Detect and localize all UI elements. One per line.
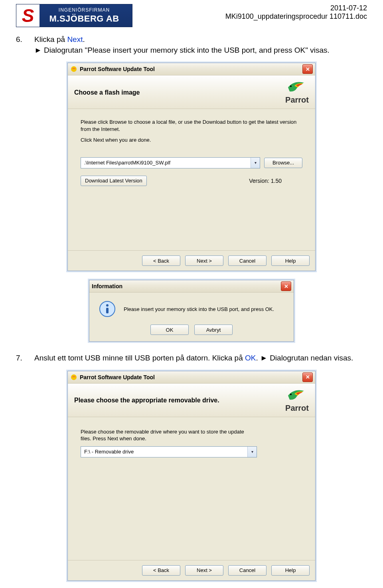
- ok-button[interactable]: OK: [150, 325, 189, 335]
- window-title: Parrot Software Update Tool: [80, 66, 302, 72]
- svg-point-3: [106, 304, 109, 307]
- close-button[interactable]: ✕: [281, 281, 291, 291]
- back-button[interactable]: < Back: [142, 255, 180, 266]
- info-message: Please insert your memory stick into the…: [124, 306, 274, 312]
- company-logo-mark: S: [16, 4, 39, 27]
- wizard-flash-image: Parrot Software Update Tool ✕ Choose a f…: [67, 63, 316, 271]
- parrot-logo: Parrot: [285, 80, 309, 105]
- document-filename: MKi9100_uppdateringsprocedur 110711.doc: [225, 12, 367, 21]
- close-button[interactable]: ✕: [302, 64, 313, 74]
- cancel-button[interactable]: Avbryt: [194, 325, 233, 335]
- drive-combobox[interactable]: ▾: [81, 446, 257, 457]
- svg-point-6: [290, 394, 292, 395]
- step-number: 7.: [16, 353, 22, 364]
- back-button[interactable]: < Back: [142, 565, 180, 576]
- step-number: 6.: [16, 34, 22, 45]
- version-label: Version: 1.50: [249, 178, 282, 184]
- browse-button[interactable]: Browse...: [264, 158, 302, 168]
- file-dropdown-button[interactable]: ▾: [251, 158, 260, 168]
- window-title: Information: [92, 283, 281, 289]
- drive-input[interactable]: [81, 447, 247, 457]
- link-next: Next: [67, 35, 83, 44]
- step-text: Anslut ett tomt USB minne till USB porte…: [34, 354, 353, 362]
- file-input[interactable]: [81, 158, 251, 168]
- next-button[interactable]: Next >: [185, 565, 223, 576]
- help-button[interactable]: Help: [271, 255, 310, 266]
- svg-point-1: [290, 85, 292, 87]
- wizard-desc: Please choose the removable drive where …: [81, 428, 256, 442]
- company-name: M.SJÖBERG AB: [39, 14, 129, 24]
- download-latest-button[interactable]: Download Latest Version: [81, 176, 147, 186]
- step-6: 6. Klicka på Next. ► Dialogrutan "Please…: [16, 34, 367, 55]
- info-dialog: Information ✕ Please insert your memory …: [89, 280, 294, 342]
- document-date: 2011-07-12: [225, 4, 367, 12]
- svg-rect-4: [106, 308, 109, 313]
- drive-dropdown-button[interactable]: ▾: [247, 447, 257, 457]
- app-icon: [70, 374, 77, 381]
- step-text: Klicka på Next.: [34, 35, 85, 44]
- company-logo: S INGENIÖRSFIRMAN M.SJÖBERG AB: [16, 4, 132, 27]
- company-tagline: INGENIÖRSFIRMAN: [39, 7, 129, 13]
- chevron-down-icon: ▾: [255, 160, 257, 165]
- information-icon: [99, 301, 116, 317]
- file-combobox[interactable]: ▾: [81, 157, 260, 168]
- next-button[interactable]: Next >: [185, 255, 223, 266]
- wizard-removable-drive: Parrot Software Update Tool ✕ Please cho…: [67, 371, 316, 581]
- parrot-logo: Parrot: [285, 388, 309, 413]
- wizard-desc-2: Click Next when you are done.: [81, 137, 302, 144]
- window-title: Parrot Software Update Tool: [80, 374, 302, 380]
- app-icon: [70, 65, 77, 73]
- chevron-down-icon: ▾: [251, 449, 253, 454]
- step-result: ► Dialogrutan "Please insert your memory…: [34, 46, 330, 54]
- close-button[interactable]: ✕: [302, 372, 313, 382]
- cancel-button[interactable]: Cancel: [228, 565, 267, 576]
- wizard-desc-1: Please click Browse to choose a local fi…: [81, 119, 302, 133]
- help-button[interactable]: Help: [271, 565, 310, 576]
- link-ok: OK: [245, 354, 256, 362]
- wizard-heading: Choose a flash image: [74, 89, 140, 96]
- cancel-button[interactable]: Cancel: [228, 255, 267, 266]
- step-7: 7. Anslut ett tomt USB minne till USB po…: [16, 353, 367, 364]
- wizard-heading: Please choose the appropriate removable …: [74, 397, 219, 404]
